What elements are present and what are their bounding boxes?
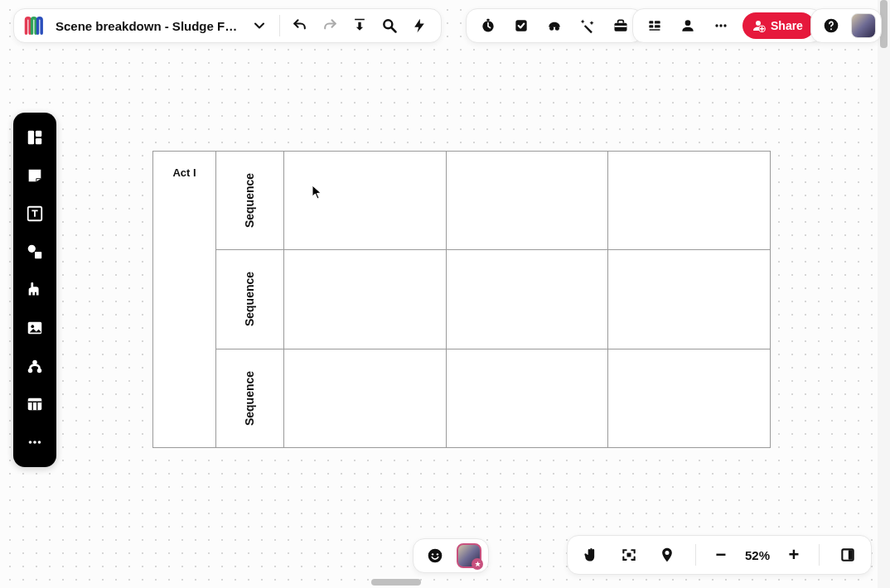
svg-point-18 [756,21,761,26]
board-title[interactable]: Scene breakdown - Sludge Fashion [54,19,244,33]
table-row [284,249,770,348]
svg-line-1 [392,28,396,32]
pan-button[interactable] [576,540,606,570]
title-dropdown[interactable] [244,11,274,41]
svg-point-39 [437,553,438,555]
zoom-in-button[interactable]: + [782,543,805,566]
app-logo[interactable] [21,12,49,40]
board-table[interactable]: Act I Sequence Sequence Sequence [152,151,771,448]
redo-button[interactable] [315,11,345,41]
vote-button[interactable] [506,11,536,41]
svg-rect-40 [627,553,631,557]
svg-rect-22 [28,131,34,145]
user-avatar[interactable] [851,13,876,38]
zoom-bar: − 52% + [567,535,872,575]
svg-point-34 [29,441,32,444]
table-button[interactable] [18,388,51,421]
scene-cell[interactable] [284,152,446,249]
svg-point-38 [432,553,433,555]
svg-point-17 [723,24,726,27]
minimap-button[interactable] [833,540,863,570]
svg-rect-13 [649,29,660,31]
scene-cell[interactable] [607,250,770,348]
svg-rect-27 [35,252,41,258]
header-help [810,8,882,43]
scrollbar-vertical[interactable] [878,0,890,588]
scene-cell[interactable] [607,349,770,447]
svg-rect-8 [615,26,627,27]
emoji-button[interactable] [420,541,450,571]
mouse-cursor [312,185,323,200]
svg-point-26 [28,245,36,253]
svg-point-16 [719,24,722,27]
svg-rect-33 [28,398,42,411]
svg-point-32 [32,360,37,365]
scene-cell[interactable] [446,152,608,249]
undo-button[interactable] [285,11,315,41]
table-row [284,152,770,249]
export-button[interactable] [345,11,375,41]
list-view-button[interactable] [640,11,670,41]
act-label: Act I [172,166,196,179]
svg-point-6 [555,27,559,31]
templates-button[interactable] [18,121,51,154]
private-mode-button[interactable] [539,11,569,41]
scene-cell[interactable] [446,349,608,447]
image-button[interactable] [18,311,51,345]
header-collab: Share [632,8,822,43]
scrollbar-horizontal[interactable] [0,576,890,588]
magic-button[interactable] [573,11,602,41]
scrollbar-horizontal-thumb[interactable] [371,579,421,586]
shapes-button[interactable] [18,235,51,268]
svg-rect-42 [849,550,853,560]
left-toolbar [13,113,56,467]
scene-cell[interactable] [284,250,446,348]
presence-avatar[interactable] [457,543,481,568]
timer-button[interactable] [473,11,503,41]
location-button[interactable] [652,540,682,570]
connector-button[interactable] [18,349,51,383]
svg-point-37 [428,549,443,563]
svg-point-35 [33,441,36,444]
header-main: Scene breakdown - Sludge Fashion [13,8,442,43]
svg-point-15 [715,24,718,27]
search-button[interactable] [375,11,404,41]
sequence-label: Sequence [243,272,256,326]
sequence-cell[interactable]: Sequence [216,152,283,249]
toolbox-button[interactable] [606,11,636,41]
sticky-note-button[interactable] [18,159,51,192]
scene-cell[interactable] [446,250,608,348]
text-button[interactable] [18,197,51,230]
table-row [284,349,770,447]
act-column[interactable]: Act I [153,152,216,447]
zoom-level[interactable]: 52% [741,548,774,562]
share-button[interactable]: Share [742,12,815,39]
fit-button[interactable] [614,540,644,570]
svg-rect-12 [655,25,660,27]
invite-button[interactable] [673,11,703,41]
body-column [284,152,770,447]
bolt-button[interactable] [404,11,434,41]
sequence-cell[interactable]: Sequence [216,349,283,447]
svg-point-14 [685,20,691,26]
svg-point-29 [31,325,34,328]
svg-rect-10 [649,25,653,27]
sequence-label: Sequence [243,371,256,426]
svg-rect-9 [649,21,653,23]
header-tools [466,8,643,43]
sequence-column: Sequence Sequence Sequence [216,152,284,447]
more-button[interactable] [706,11,736,41]
zoom-out-button[interactable]: − [709,543,733,566]
scene-cell[interactable] [607,152,770,249]
share-label: Share [771,19,803,32]
llama-button[interactable] [18,273,51,306]
separator [819,544,820,566]
separator [279,15,280,36]
help-button[interactable] [816,11,846,41]
scene-cell[interactable] [284,349,446,447]
sequence-cell[interactable]: Sequence [216,249,283,348]
sequence-label: Sequence [243,173,256,228]
star-badge-icon [472,558,483,570]
svg-rect-11 [655,21,660,23]
more-tools-button[interactable] [18,426,51,459]
